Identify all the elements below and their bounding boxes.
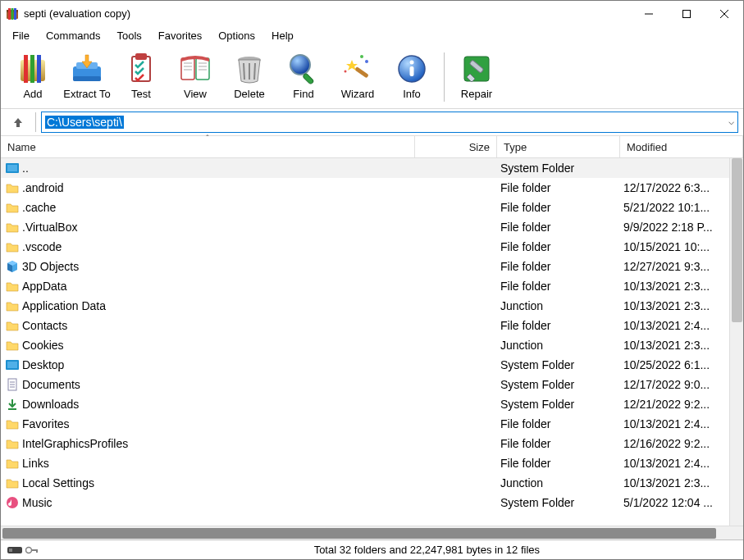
scrollbar-thumb-h[interactable] bbox=[2, 528, 716, 539]
svg-rect-2 bbox=[8, 8, 11, 20]
view-button[interactable]: View bbox=[168, 48, 222, 107]
table-row[interactable]: .vscodeFile folder10/15/2021 10:... bbox=[1, 237, 729, 257]
info-label: Info bbox=[403, 88, 421, 100]
wizard-icon bbox=[340, 52, 375, 86]
file-modified: 10/25/2022 6:1... bbox=[620, 358, 729, 371]
svg-rect-17 bbox=[135, 53, 147, 60]
table-row[interactable]: .VirtualBoxFile folder9/9/2022 2:18 P... bbox=[1, 217, 729, 237]
path-input[interactable]: C:\Users\septi\ ⌵ bbox=[41, 112, 738, 133]
table-row[interactable]: Local SettingsJunction10/13/2021 2:3... bbox=[1, 473, 729, 493]
file-modified: 12/17/2022 6:3... bbox=[620, 181, 729, 194]
menu-bar: File Commands Tools Favorites Options He… bbox=[1, 27, 743, 45]
find-button[interactable]: Find bbox=[276, 48, 331, 107]
up-button[interactable] bbox=[6, 112, 30, 133]
menu-tools[interactable]: Tools bbox=[108, 28, 149, 43]
file-name: .VirtualBox bbox=[22, 221, 77, 234]
maximize-button[interactable] bbox=[668, 1, 705, 26]
add-button[interactable]: Add bbox=[6, 48, 60, 107]
key-icon[interactable] bbox=[25, 545, 39, 555]
table-row[interactable]: LinksFile folder10/13/2021 2:4... bbox=[1, 453, 729, 473]
table-row[interactable]: ContactsFile folder10/13/2021 2:4... bbox=[1, 316, 729, 335]
delete-button[interactable]: Delete bbox=[222, 48, 276, 107]
horizontal-scrollbar[interactable] bbox=[1, 526, 743, 540]
header-name[interactable]: Name ˆ bbox=[1, 136, 415, 157]
svg-rect-15 bbox=[73, 76, 101, 81]
menu-favorites[interactable]: Favorites bbox=[150, 28, 210, 43]
file-modified: 5/21/2022 10:1... bbox=[620, 201, 729, 214]
file-modified: 9/9/2022 2:18 P... bbox=[620, 221, 729, 234]
table-row[interactable]: ..System Folder bbox=[1, 158, 729, 178]
file-name: .vscode bbox=[22, 240, 62, 253]
file-name: .. bbox=[22, 162, 29, 175]
file-type: System Folder bbox=[497, 162, 620, 175]
menu-options[interactable]: Options bbox=[210, 28, 263, 43]
folder-icon bbox=[6, 339, 19, 352]
toolbar-separator bbox=[444, 52, 445, 102]
extract-button[interactable]: Extract To bbox=[60, 48, 114, 107]
table-row[interactable]: .cacheFile folder5/21/2022 10:1... bbox=[1, 198, 729, 217]
svg-point-34 bbox=[365, 60, 368, 63]
folder-icon bbox=[6, 437, 19, 450]
wizard-button[interactable]: Wizard bbox=[331, 48, 385, 107]
menu-commands[interactable]: Commands bbox=[38, 28, 108, 43]
minimize-button[interactable] bbox=[630, 1, 668, 26]
scrollbar-thumb[interactable] bbox=[732, 158, 742, 322]
table-row[interactable]: CookiesJunction10/13/2021 2:3... bbox=[1, 335, 729, 355]
view-label: View bbox=[184, 88, 207, 100]
svg-rect-38 bbox=[410, 66, 414, 76]
table-row[interactable]: DownloadsSystem Folder12/21/2022 9:2... bbox=[1, 394, 729, 414]
disk-icon[interactable] bbox=[7, 545, 22, 555]
svg-rect-43 bbox=[7, 165, 17, 171]
file-type: System Folder bbox=[497, 496, 620, 509]
table-row[interactable]: AppDataFile folder10/13/2021 2:3... bbox=[1, 276, 729, 296]
header-size-label: Size bbox=[469, 141, 490, 153]
table-row[interactable]: IntelGraphicsProfilesFile folder12/16/20… bbox=[1, 434, 729, 453]
folder-icon bbox=[6, 457, 19, 470]
header-type[interactable]: Type bbox=[497, 136, 620, 157]
file-type: File folder bbox=[497, 221, 620, 234]
menu-help[interactable]: Help bbox=[263, 28, 302, 43]
info-button[interactable]: Info bbox=[385, 48, 439, 107]
file-type: File folder bbox=[497, 181, 620, 194]
svg-rect-10 bbox=[24, 55, 28, 83]
path-separator bbox=[35, 112, 36, 132]
extract-label: Extract To bbox=[63, 88, 111, 100]
file-type: File folder bbox=[497, 260, 620, 273]
file-name: Cookies bbox=[22, 339, 64, 352]
file-modified: 10/13/2021 2:3... bbox=[620, 476, 729, 489]
table-row[interactable]: Application DataJunction10/13/2021 2:3..… bbox=[1, 296, 729, 316]
file-modified: 10/13/2021 2:3... bbox=[620, 339, 729, 352]
file-modified: 10/13/2021 2:4... bbox=[620, 457, 729, 470]
delete-label: Delete bbox=[234, 88, 265, 100]
repair-button[interactable]: Repair bbox=[450, 48, 504, 107]
test-button[interactable]: Test bbox=[114, 48, 168, 107]
svg-rect-45 bbox=[7, 362, 17, 368]
table-row[interactable]: DocumentsSystem Folder12/17/2022 9:0... bbox=[1, 375, 729, 394]
table-row[interactable]: 3D ObjectsFile folder12/27/2021 9:3... bbox=[1, 257, 729, 276]
view-icon bbox=[178, 52, 212, 86]
delete-icon bbox=[232, 52, 267, 86]
menu-file[interactable]: File bbox=[4, 28, 38, 43]
file-type: File folder bbox=[497, 417, 620, 430]
folder-icon bbox=[6, 240, 19, 253]
path-dropdown-icon[interactable]: ⌵ bbox=[728, 116, 734, 127]
file-name: Downloads bbox=[22, 398, 79, 411]
svg-rect-53 bbox=[9, 549, 12, 552]
vertical-scrollbar[interactable] bbox=[729, 158, 743, 526]
file-modified: 12/27/2021 9:3... bbox=[620, 260, 729, 273]
table-row[interactable]: FavoritesFile folder10/13/2021 2:4... bbox=[1, 414, 729, 434]
file-name: .android bbox=[22, 181, 64, 194]
svg-rect-4 bbox=[14, 8, 16, 20]
table-row[interactable]: .androidFile folder12/17/2022 6:3... bbox=[1, 178, 729, 198]
header-modified[interactable]: Modified bbox=[620, 136, 743, 157]
table-row[interactable]: DesktopSystem Folder10/25/2022 6:1... bbox=[1, 355, 729, 375]
header-size[interactable]: Size bbox=[415, 136, 497, 157]
sort-indicator-icon: ˆ bbox=[206, 134, 208, 143]
svg-line-29 bbox=[254, 63, 255, 80]
table-row[interactable]: MusicSystem Folder5/1/2022 12:04 ... bbox=[1, 493, 729, 512]
file-rows[interactable]: ..System Folder.androidFile folder12/17/… bbox=[1, 158, 729, 526]
close-button[interactable] bbox=[705, 1, 743, 26]
file-modified: 10/13/2021 2:4... bbox=[620, 319, 729, 332]
file-modified: 12/21/2022 9:2... bbox=[620, 398, 729, 411]
window-controls bbox=[630, 1, 743, 26]
